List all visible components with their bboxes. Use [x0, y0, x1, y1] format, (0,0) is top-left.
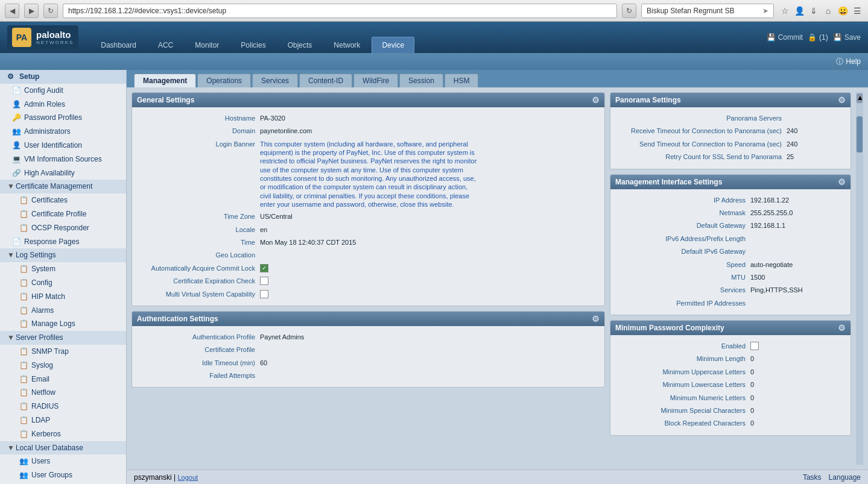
sidebar-item-users[interactable]: 👥 Users — [0, 454, 126, 468]
idle-timeout-value: 60 — [260, 359, 597, 368]
timezone-row: Time Zone US/Central — [139, 210, 597, 223]
search-go-icon: ➤ — [762, 7, 768, 15]
back-button[interactable]: ◀ — [5, 4, 19, 18]
reload-button[interactable]: ↻ — [622, 4, 636, 18]
sidebar-item-vm-info-sources[interactable]: 💻 VM Information Sources — [0, 152, 126, 166]
auto-commit-checkbox[interactable]: ✓ — [260, 264, 268, 272]
sidebar-item-netflow[interactable]: 📋 Netflow — [0, 386, 126, 400]
user-groups-icon: 👥 — [19, 470, 29, 480]
sidebar-item-response-pages[interactable]: 📄 Response Pages — [0, 235, 126, 249]
sidebar-item-cert-mgmt[interactable]: ▼ Certificate Management — [0, 180, 126, 193]
min-password-gear[interactable]: ⚙ — [838, 323, 846, 333]
failed-attempts-row: Failed Attempts — [139, 369, 597, 382]
commit-button[interactable]: 💾 Commit — [767, 33, 803, 42]
tab-session[interactable]: Session — [399, 74, 443, 87]
scroll-up-arrow[interactable]: ▲ — [857, 93, 863, 103]
general-settings-title: General Settings — [137, 96, 194, 104]
sidebar-item-user-identification[interactable]: 👤 User Identification — [0, 139, 126, 152]
help-button[interactable]: ⓘ Help — [836, 57, 861, 67]
sidebar-item-setup[interactable]: ⚙ Setup — [0, 70, 126, 84]
sidebar-item-admin-roles[interactable]: 👤 Admin Roles — [0, 98, 126, 112]
sidebar-label-syslog: Syslog — [31, 360, 53, 371]
sidebar-label-alarms: Alarms — [31, 306, 54, 316]
sidebar-label-radius: RADIUS — [31, 401, 59, 412]
sidebar-item-user-groups[interactable]: 👥 User Groups — [0, 468, 126, 482]
sidebar-item-system[interactable]: 📋 System — [0, 262, 126, 276]
sidebar-item-password-profiles[interactable]: 🔑 Password Profiles — [0, 111, 126, 125]
geo-location-label: Geo Location — [139, 251, 260, 260]
right-scrollbar[interactable]: ▲ — [856, 92, 863, 465]
tab-network[interactable]: Network — [323, 37, 370, 53]
sidebar-item-ldap[interactable]: 📋 LDAP — [0, 413, 126, 427]
refresh-button[interactable]: ↻ — [43, 4, 58, 18]
panorama-settings-gear[interactable]: ⚙ — [838, 95, 846, 105]
certificates-icon: 📋 — [19, 195, 29, 206]
tab-monitor[interactable]: Monitor — [185, 37, 229, 53]
tab-dashboard[interactable]: Dashboard — [90, 37, 147, 53]
home-icon[interactable]: ⌂ — [822, 5, 834, 17]
scroll-thumb[interactable] — [857, 116, 863, 152]
manage-logs-icon: 📋 — [19, 319, 29, 329]
menu-icon[interactable]: ☰ — [851, 5, 863, 17]
panorama-settings-title: Panorama Settings — [615, 96, 681, 104]
syslog-icon: 📋 — [19, 360, 29, 371]
sidebar-item-ocsp[interactable]: 📋 OCSP Responder — [0, 221, 126, 235]
tab-operations[interactable]: Operations — [197, 74, 251, 87]
profile-icon[interactable]: 👤 — [793, 5, 805, 17]
search-bar[interactable]: Biskup Stefan Regmunt SB ➤ — [641, 4, 774, 18]
sidebar-item-config-audit[interactable]: 📄 Config Audit — [0, 84, 126, 98]
sidebar-item-radius[interactable]: 📋 RADIUS — [0, 400, 126, 413]
tab-services[interactable]: Services — [252, 74, 298, 87]
gateway-label: Default Gateway — [618, 221, 750, 230]
sidebar-item-syslog[interactable]: 📋 Syslog — [0, 359, 126, 372]
sidebar-item-high-availability[interactable]: 🔗 High Availability — [0, 166, 126, 180]
tab-hsm[interactable]: HSM — [445, 74, 479, 87]
tab-policies[interactable]: Policies — [230, 37, 276, 53]
auth-profile-row: Authentication Profile Paynet Admins — [139, 331, 597, 344]
multi-vsys-checkbox[interactable] — [260, 290, 268, 298]
mgmt-interface-title: Management Interface Settings — [615, 178, 722, 186]
download-icon[interactable]: ⇓ — [808, 5, 820, 17]
sidebar-item-kerberos[interactable]: 📋 Kerberos — [0, 427, 126, 441]
sidebar-item-alarms[interactable]: 📋 Alarms — [0, 304, 126, 318]
tab-wildfire[interactable]: WildFire — [353, 74, 398, 87]
sidebar-label-user-groups: User Groups — [31, 470, 72, 480]
sidebar-item-log-settings[interactable]: ▼ Log Settings — [0, 248, 126, 262]
tab-acc[interactable]: ACC — [148, 37, 183, 53]
tab-management[interactable]: Management — [134, 74, 196, 87]
cert-profile-icon: 📋 — [19, 209, 29, 219]
mgmt-interface-gear[interactable]: ⚙ — [838, 177, 846, 187]
sidebar-item-administrators[interactable]: 👥 Administrators — [0, 125, 126, 139]
sidebar-item-config[interactable]: 📋 Config — [0, 276, 126, 290]
mtu-value: 1500 — [750, 273, 843, 282]
sidebar-item-manage-logs[interactable]: 📋 Manage Logs — [0, 317, 126, 331]
login-banner-value: This computer system (including all hard… — [260, 140, 477, 209]
star-icon[interactable]: ☆ — [779, 5, 791, 17]
lock-button[interactable]: 🔒 (1) — [808, 33, 828, 42]
tab-content-id[interactable]: Content-ID — [299, 74, 352, 87]
tab-objects[interactable]: Objects — [277, 37, 323, 53]
sidebar-item-server-profiles[interactable]: ▼ Server Profiles — [0, 331, 126, 345]
tasks-link[interactable]: Tasks — [803, 473, 822, 482]
auth-settings-gear[interactable]: ⚙ — [592, 314, 600, 324]
sidebar-item-hip-match[interactable]: 📋 HIP Match — [0, 290, 126, 304]
tab-device[interactable]: Device — [372, 37, 414, 53]
language-link[interactable]: Language — [829, 473, 861, 482]
url-bar[interactable]: https://192.168.1.22/#device::vsys1::dev… — [63, 4, 617, 18]
save-button[interactable]: 💾 Save — [833, 33, 861, 42]
sidebar-item-email[interactable]: 📋 Email — [0, 372, 126, 386]
sidebar-label-cert-profile: Certificate Profile — [31, 209, 86, 219]
receive-timeout-row: Receive Timeout for Connection to Panora… — [618, 125, 843, 137]
sidebar-item-certificates[interactable]: 📋 Certificates — [0, 193, 126, 207]
enabled-checkbox[interactable] — [750, 342, 759, 350]
cert-exp-checkbox[interactable] — [260, 277, 268, 285]
logout-link[interactable]: Logout — [177, 474, 198, 481]
sidebar-item-cert-profile[interactable]: 📋 Certificate Profile — [0, 207, 126, 221]
min-length-row: Minimum Length 0 — [618, 353, 843, 365]
forward-button[interactable]: ▶ — [24, 4, 39, 18]
sidebar-item-local-user-db[interactable]: ▼ Local User Database — [0, 441, 126, 455]
general-settings-gear[interactable]: ⚙ — [592, 95, 600, 105]
emoji-icon[interactable]: 😀 — [837, 5, 849, 17]
sidebar-item-snmp-trap[interactable]: 📋 SNMP Trap — [0, 345, 126, 359]
search-text: Biskup Stefan Regmunt SB — [647, 7, 734, 15]
